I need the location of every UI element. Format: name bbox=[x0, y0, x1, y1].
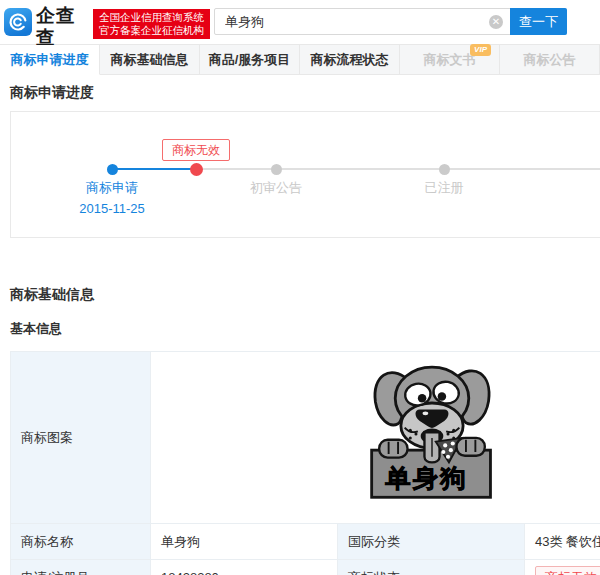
progress-section-title: 商标申请进度 bbox=[10, 84, 600, 102]
site-header: 企查查 Qcc.com 全国企业信用查询系统 官方备案企业征信机构 ✕ 查一下 bbox=[0, 0, 600, 44]
logo-name: 企查查 bbox=[36, 5, 92, 49]
intl-class-label: 国际分类 bbox=[338, 524, 525, 560]
tab-label: 商品/服务项目 bbox=[209, 51, 291, 69]
page: 企查查 Qcc.com 全国企业信用查询系统 官方备案企业征信机构 ✕ 查一下 … bbox=[0, 0, 600, 575]
basic-section-title: 商标基础信息 bbox=[10, 286, 600, 304]
timeline-line-blue bbox=[112, 168, 196, 170]
search-button[interactable]: 查一下 bbox=[510, 8, 567, 35]
qcc-ring-icon bbox=[8, 12, 28, 32]
timeline-dot-registered bbox=[439, 164, 450, 175]
trademark-status-badge: 商标无效 bbox=[535, 566, 600, 575]
timeline-date-applied: 2015-11-25 bbox=[79, 201, 145, 216]
timeline-dot-preliminary bbox=[271, 164, 282, 175]
table-row: 商标名称 单身狗 国际分类 43类 餐饮住宿 bbox=[11, 524, 600, 560]
table-row: 申请/注册号 18428380 商标状态 商标无效 bbox=[11, 560, 600, 575]
timeline-label-applied: 商标申请 bbox=[86, 179, 138, 197]
trademark-sign-text: 单身狗 bbox=[384, 464, 467, 492]
intl-class-value: 43类 餐饮住宿 bbox=[525, 524, 600, 560]
trademark-dog-image: 单身狗 bbox=[366, 356, 498, 516]
tab-label: 商标文书 bbox=[424, 51, 476, 69]
qcc-logo-icon[interactable] bbox=[4, 8, 32, 36]
timeline-label-registered: 已注册 bbox=[425, 179, 464, 197]
trademark-image-label: 商标图案 bbox=[11, 352, 151, 524]
timeline-dot-applied bbox=[107, 164, 118, 175]
tab-label: 商标申请进度 bbox=[11, 51, 89, 69]
trademark-name-value: 单身狗 bbox=[151, 524, 338, 560]
tab-trademark-progress[interactable]: 商标申请进度 bbox=[0, 45, 100, 75]
progress-timeline-panel: 商标无效 商标申请 2015-11-25 初审公告 已注册 bbox=[10, 111, 600, 238]
tab-label: 商标基础信息 bbox=[111, 51, 189, 69]
tab-trademark-flow-status[interactable]: 商标流程状态 bbox=[300, 45, 400, 75]
vip-badge: VIP bbox=[470, 44, 491, 56]
invalid-status-badge: 商标无效 bbox=[162, 139, 230, 161]
tab-trademark-documents[interactable]: 商标文书 VIP bbox=[400, 45, 500, 75]
certification-badge: 全国企业信用查询系统 官方备案企业征信机构 bbox=[93, 9, 210, 39]
tab-trademark-basic-info[interactable]: 商标基础信息 bbox=[100, 45, 200, 75]
basic-subtitle: 基本信息 bbox=[10, 320, 600, 338]
registration-number-value: 18428380 bbox=[151, 560, 338, 575]
tab-goods-services[interactable]: 商品/服务项目 bbox=[200, 45, 300, 75]
timeline-line-gray bbox=[196, 168, 600, 170]
basic-info-table: 商标图案 bbox=[10, 351, 600, 575]
tab-trademark-gazette[interactable]: 商标公告 bbox=[500, 45, 600, 75]
timeline-dot-invalid bbox=[190, 163, 203, 176]
table-row: 商标图案 bbox=[11, 352, 600, 524]
certification-line2: 官方备案企业征信机构 bbox=[99, 24, 204, 37]
main-content: 商标申请进度 商标无效 商标申请 2015-11-25 初审公告 已注册 商标基… bbox=[0, 84, 600, 575]
tab-label: 商标公告 bbox=[524, 51, 576, 69]
trademark-name-label: 商标名称 bbox=[11, 524, 151, 560]
trademark-status-label: 商标状态 bbox=[338, 560, 525, 575]
timeline-label-preliminary: 初审公告 bbox=[250, 179, 302, 197]
tab-label: 商标流程状态 bbox=[311, 51, 389, 69]
trademark-status-cell: 商标无效 bbox=[525, 560, 600, 575]
registration-number-label: 申请/注册号 bbox=[11, 560, 151, 575]
tab-bar: 商标申请进度 商标基础信息 商品/服务项目 商标流程状态 商标文书 VIP 商标… bbox=[0, 44, 600, 74]
certification-line1: 全国企业信用查询系统 bbox=[99, 11, 204, 24]
trademark-image-cell: 单身狗 bbox=[151, 352, 600, 524]
clear-search-icon[interactable]: ✕ bbox=[489, 15, 503, 29]
